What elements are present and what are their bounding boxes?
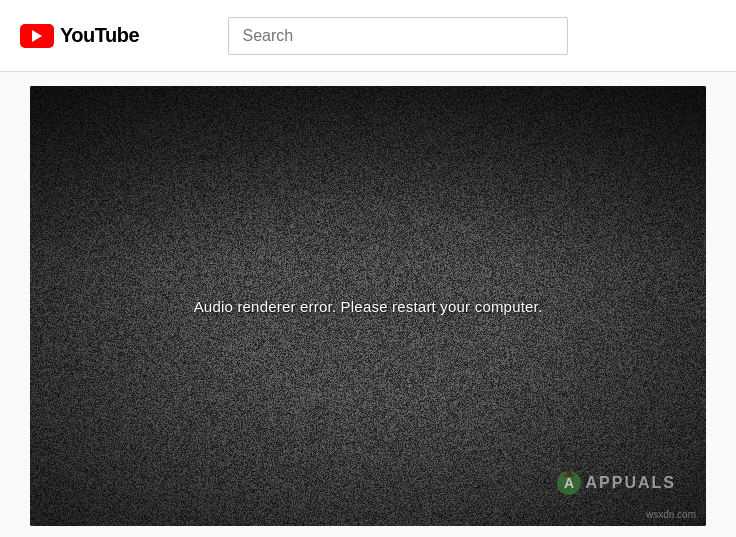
logo-text: YouTube xyxy=(60,24,139,47)
search-input[interactable] xyxy=(228,17,568,55)
header: YouTube xyxy=(0,0,736,72)
error-message: Audio renderer error. Please restart you… xyxy=(194,298,543,315)
video-player: Audio renderer error. Please restart you… xyxy=(30,86,706,526)
search-bar xyxy=(228,17,568,55)
wsxdn-watermark: wsxdn.com xyxy=(646,509,696,520)
svg-rect-3 xyxy=(566,471,572,475)
watermark-text: APPUALS xyxy=(586,474,676,492)
youtube-logo[interactable]: YouTube xyxy=(20,24,139,48)
top-fade xyxy=(30,86,706,262)
youtube-icon xyxy=(20,24,54,48)
watermark: A APPUALS xyxy=(554,468,676,498)
svg-text:A: A xyxy=(563,475,573,491)
appuals-icon: A xyxy=(554,468,584,498)
